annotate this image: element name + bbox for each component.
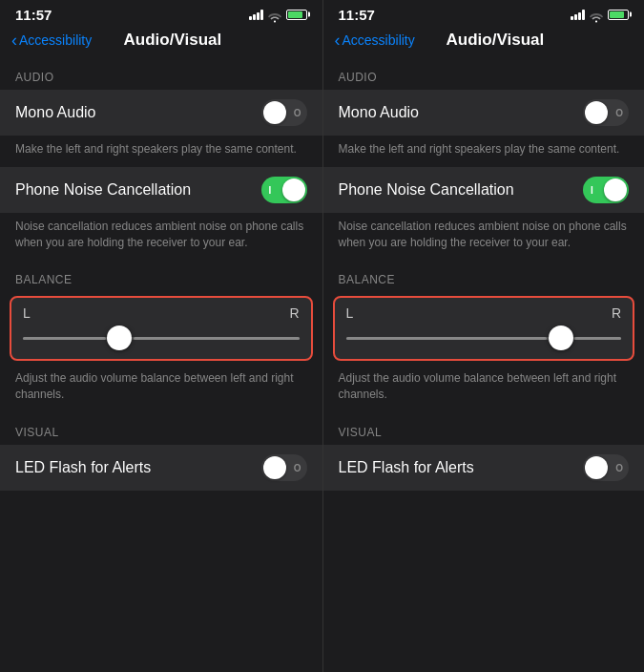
slider-fill-left [346,337,548,340]
mono-audio-toggle[interactable]: O [261,99,307,126]
balance-left-label: L [346,305,354,321]
battery-fill [610,11,624,18]
led-flash-toggle[interactable]: O [261,454,307,481]
led-flash-row: LED Flash for Alerts O [0,445,322,491]
balance-lr-labels: L R [23,305,300,321]
battery-fill [288,11,302,18]
panel-left: 11:57 ‹ Accessib [0,0,322,672]
balance-lr-labels: L R [346,305,622,321]
battery-icon [286,10,307,20]
back-label: Accessibility [343,32,415,48]
wifi-icon [590,10,603,19]
slider-line [23,337,300,340]
mono-audio-label: Mono Audio [339,104,420,121]
nav-title: Audio/Visual [92,31,253,50]
back-button[interactable]: ‹ Accessibility [11,32,92,49]
mono-audio-toggle-knob [585,101,608,124]
phone-noise-description: Noise cancellation reduces ambient noise… [0,213,322,261]
mono-audio-row: Mono Audio O [323,90,645,136]
led-flash-group: LED Flash for Alerts O [0,445,322,491]
phone-noise-group: Phone Noise Cancellation I [323,167,645,213]
slider-fill-right [574,337,621,340]
panel-right: 11:57 ‹ Accessib [322,0,645,672]
balance-section-label: BALANCE [0,260,322,292]
nav-bar: ‹ Accessibility Audio/Visual [323,27,645,57]
led-flash-toggle-knob [585,456,608,479]
signal-bars-icon [571,10,585,20]
slider-fill-left [23,337,106,340]
slider-fill-right [134,337,300,340]
status-icons [249,10,307,20]
mono-audio-description: Make the left and right speakers play th… [323,136,645,167]
audio-settings-group: Mono Audio O [0,90,322,136]
status-bar: 11:57 [323,0,645,27]
balance-section-label: BALANCE [323,260,645,292]
battery-icon [608,10,629,20]
visual-section-label: VISUAL [323,412,645,445]
balance-section: L R [0,296,322,361]
balance-box: L R [333,296,635,361]
balance-slider-thumb[interactable] [107,326,132,350]
content-area: AUDIO Mono Audio O Make the left and rig… [323,57,645,672]
back-button[interactable]: ‹ Accessibility [335,32,415,49]
mono-audio-label: Mono Audio [15,104,96,121]
back-chevron-icon: ‹ [11,32,17,49]
led-flash-toggle-knob [263,456,286,479]
phone-noise-label: Phone Noise Cancellation [15,181,191,199]
balance-slider-track[interactable] [346,325,622,351]
led-flash-label: LED Flash for Alerts [339,459,474,476]
balance-left-label: L [23,305,31,321]
balance-right-label: R [289,305,299,321]
phone-noise-description: Noise cancellation reduces ambient noise… [323,213,645,261]
content-area: AUDIO Mono Audio O Make the left and rig… [0,57,322,672]
mono-audio-row: Mono Audio O [0,90,322,136]
audio-settings-group: Mono Audio O [323,90,645,136]
status-bar: 11:57 [0,0,322,27]
audio-section-label: AUDIO [323,57,645,90]
balance-slider-thumb[interactable] [549,326,573,350]
phone-noise-toggle[interactable]: I [261,177,307,203]
phone-noise-toggle-label: I [269,184,272,195]
mono-audio-toggle[interactable]: O [583,99,629,126]
phone-noise-label: Phone Noise Cancellation [339,181,514,199]
phone-noise-row: Phone Noise Cancellation I [323,167,645,213]
nav-bar: ‹ Accessibility Audio/Visual [0,27,322,57]
led-flash-toggle[interactable]: O [583,454,629,481]
balance-description: Adjust the audio volume balance between … [0,365,322,412]
phone-noise-row: Phone Noise Cancellation I [0,167,322,213]
led-flash-group: LED Flash for Alerts O [323,445,645,491]
status-icons [571,10,629,20]
phone-noise-toggle[interactable]: I [583,177,629,203]
led-flash-label: LED Flash for Alerts [15,459,151,476]
slider-line [346,337,622,340]
wifi-icon [268,10,281,19]
status-time: 11:57 [15,7,52,23]
balance-right-label: R [612,305,621,321]
mono-audio-toggle-knob [263,101,286,124]
mono-audio-toggle-label: O [294,108,301,118]
phone-noise-toggle-knob [282,178,305,201]
balance-section: L R [323,296,645,361]
phone-noise-group: Phone Noise Cancellation I [0,167,322,213]
phone-noise-toggle-knob [604,178,627,201]
led-flash-row: LED Flash for Alerts O [323,445,645,491]
balance-box: L R [10,296,313,361]
status-time: 11:57 [339,7,375,23]
audio-section-label: AUDIO [0,57,322,90]
back-chevron-icon: ‹ [335,32,341,49]
signal-bars-icon [249,10,263,20]
led-flash-toggle-label: O [294,462,301,472]
back-label: Accessibility [19,32,92,48]
led-flash-toggle-label: O [615,462,623,472]
balance-slider-track[interactable] [23,325,300,351]
nav-title: Audio/Visual [415,31,575,50]
mono-audio-toggle-label: O [615,108,623,118]
visual-section-label: VISUAL [0,412,322,445]
mono-audio-description: Make the left and right speakers play th… [0,136,322,167]
phone-noise-toggle-label: I [591,184,593,195]
balance-description: Adjust the audio volume balance between … [323,365,645,412]
